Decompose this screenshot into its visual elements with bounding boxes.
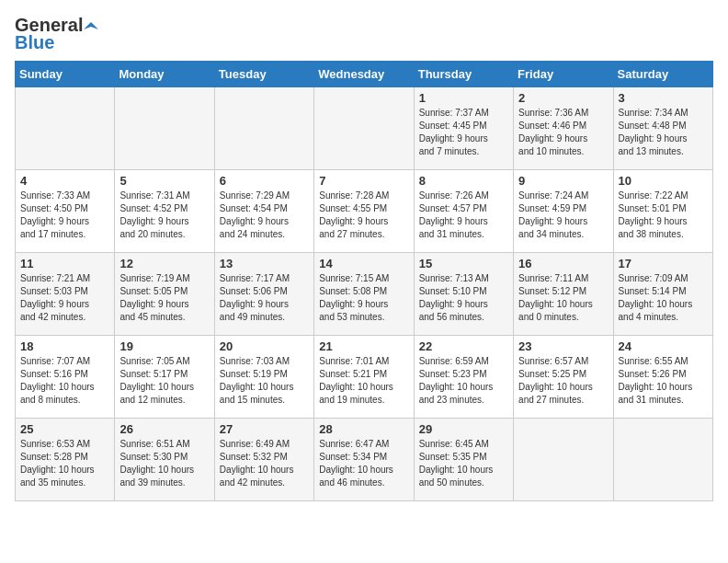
day-info: Sunrise: 6:51 AM Sunset: 5:30 PM Dayligh… [119,438,209,489]
calendar-cell: 11Sunrise: 7:21 AM Sunset: 5:03 PM Dayli… [16,253,115,336]
calendar-cell [514,419,613,501]
day-number: 18 [20,339,109,353]
calendar-cell: 12Sunrise: 7:19 AM Sunset: 5:05 PM Dayli… [115,253,214,336]
calendar-cell: 24Sunrise: 6:55 AM Sunset: 5:26 PM Dayli… [613,336,712,419]
day-info: Sunrise: 7:24 AM Sunset: 4:59 PM Dayligh… [518,190,608,241]
day-number: 7 [319,174,408,188]
calendar-cell [613,419,712,501]
day-info: Sunrise: 7:34 AM Sunset: 4:48 PM Dayligh… [619,107,708,158]
day-number: 5 [119,174,209,188]
day-info: Sunrise: 7:19 AM Sunset: 5:05 PM Dayligh… [119,272,209,324]
day-info: Sunrise: 6:47 AM Sunset: 5:34 PM Dayligh… [319,438,408,489]
calendar-cell: 26Sunrise: 6:51 AM Sunset: 5:30 PM Dayli… [115,419,214,501]
day-number: 24 [619,339,708,353]
calendar-cell: 15Sunrise: 7:13 AM Sunset: 5:10 PM Dayli… [414,253,513,336]
day-number: 20 [220,339,309,353]
calendar-week-2: 4Sunrise: 7:33 AM Sunset: 4:50 PM Daylig… [16,170,713,253]
calendar-cell: 2Sunrise: 7:36 AM Sunset: 4:46 PM Daylig… [514,87,613,170]
calendar-cell: 19Sunrise: 7:05 AM Sunset: 5:17 PM Dayli… [115,336,214,419]
day-number: 13 [220,257,309,270]
weekday-header-friday: Friday [514,62,613,87]
calendar-cell: 22Sunrise: 6:59 AM Sunset: 5:23 PM Dayli… [414,336,513,419]
calendar-cell: 1Sunrise: 7:37 AM Sunset: 4:45 PM Daylig… [414,87,513,170]
day-info: Sunrise: 7:37 AM Sunset: 4:45 PM Dayligh… [419,107,508,158]
logo: General Blue [15,15,99,53]
day-info: Sunrise: 7:09 AM Sunset: 5:14 PM Dayligh… [619,272,708,324]
day-info: Sunrise: 7:22 AM Sunset: 5:01 PM Dayligh… [619,190,708,241]
calendar-cell: 29Sunrise: 6:45 AM Sunset: 5:35 PM Dayli… [414,419,513,501]
day-info: Sunrise: 7:13 AM Sunset: 5:10 PM Dayligh… [419,272,508,324]
calendar-cell: 13Sunrise: 7:17 AM Sunset: 5:06 PM Dayli… [214,253,313,336]
calendar-week-3: 11Sunrise: 7:21 AM Sunset: 5:03 PM Dayli… [16,253,713,336]
calendar-cell: 6Sunrise: 7:29 AM Sunset: 4:54 PM Daylig… [214,170,313,253]
calendar-cell: 18Sunrise: 7:07 AM Sunset: 5:16 PM Dayli… [16,336,115,419]
day-info: Sunrise: 6:49 AM Sunset: 5:32 PM Dayligh… [220,438,309,489]
day-number: 17 [619,257,708,270]
calendar-cell [115,87,214,170]
day-info: Sunrise: 6:59 AM Sunset: 5:23 PM Dayligh… [419,355,508,407]
calendar-cell [214,87,313,170]
day-number: 9 [518,174,608,188]
calendar-week-1: 1Sunrise: 7:37 AM Sunset: 4:45 PM Daylig… [16,87,713,170]
day-info: Sunrise: 7:15 AM Sunset: 5:08 PM Dayligh… [319,272,408,324]
day-number: 15 [419,257,508,270]
day-info: Sunrise: 7:26 AM Sunset: 4:57 PM Dayligh… [419,190,508,241]
day-number: 29 [419,422,508,436]
day-number: 25 [20,422,109,436]
day-number: 10 [619,174,708,188]
calendar-cell [314,87,414,170]
calendar-cell: 21Sunrise: 7:01 AM Sunset: 5:21 PM Dayli… [314,336,414,419]
header-row: SundayMondayTuesdayWednesdayThursdayFrid… [16,62,713,87]
day-info: Sunrise: 7:29 AM Sunset: 4:54 PM Dayligh… [220,190,309,241]
weekday-header-wednesday: Wednesday [314,62,414,87]
weekday-header-thursday: Thursday [414,62,513,87]
calendar-cell [16,87,115,170]
day-info: Sunrise: 7:33 AM Sunset: 4:50 PM Dayligh… [20,190,109,241]
logo-blue: Blue [15,32,54,53]
calendar-week-4: 18Sunrise: 7:07 AM Sunset: 5:16 PM Dayli… [16,336,713,419]
calendar-header: SundayMondayTuesdayWednesdayThursdayFrid… [16,62,713,87]
calendar-body: 1Sunrise: 7:37 AM Sunset: 4:45 PM Daylig… [16,87,713,501]
day-number: 28 [319,422,408,436]
calendar-cell: 4Sunrise: 7:33 AM Sunset: 4:50 PM Daylig… [16,170,115,253]
day-info: Sunrise: 7:21 AM Sunset: 5:03 PM Dayligh… [20,272,109,324]
day-info: Sunrise: 7:05 AM Sunset: 5:17 PM Dayligh… [119,355,209,407]
calendar-cell: 14Sunrise: 7:15 AM Sunset: 5:08 PM Dayli… [314,253,414,336]
calendar-cell: 20Sunrise: 7:03 AM Sunset: 5:19 PM Dayli… [214,336,313,419]
day-info: Sunrise: 6:45 AM Sunset: 5:35 PM Dayligh… [419,438,508,489]
day-number: 16 [518,257,608,270]
calendar-cell: 10Sunrise: 7:22 AM Sunset: 5:01 PM Dayli… [613,170,712,253]
day-number: 22 [419,339,508,353]
calendar-table: SundayMondayTuesdayWednesdayThursdayFrid… [15,61,713,501]
logo-bird-icon [84,20,98,35]
day-info: Sunrise: 6:55 AM Sunset: 5:26 PM Dayligh… [619,355,708,407]
day-info: Sunrise: 7:31 AM Sunset: 4:52 PM Dayligh… [119,190,209,241]
day-info: Sunrise: 7:01 AM Sunset: 5:21 PM Dayligh… [319,355,408,407]
day-info: Sunrise: 6:57 AM Sunset: 5:25 PM Dayligh… [518,355,608,407]
calendar-cell: 16Sunrise: 7:11 AM Sunset: 5:12 PM Dayli… [514,253,613,336]
weekday-header-sunday: Sunday [16,62,115,87]
weekday-header-monday: Monday [115,62,214,87]
day-number: 26 [119,422,209,436]
day-number: 4 [20,174,109,188]
day-info: Sunrise: 7:36 AM Sunset: 4:46 PM Dayligh… [518,107,608,158]
day-number: 1 [419,91,508,105]
day-number: 21 [319,339,408,353]
calendar-cell: 17Sunrise: 7:09 AM Sunset: 5:14 PM Dayli… [613,253,712,336]
day-info: Sunrise: 7:17 AM Sunset: 5:06 PM Dayligh… [220,272,309,324]
day-info: Sunrise: 7:28 AM Sunset: 4:55 PM Dayligh… [319,190,408,241]
calendar-week-5: 25Sunrise: 6:53 AM Sunset: 5:28 PM Dayli… [16,419,713,501]
day-number: 23 [518,339,608,353]
day-number: 2 [518,91,608,105]
day-number: 8 [419,174,508,188]
calendar-cell: 9Sunrise: 7:24 AM Sunset: 4:59 PM Daylig… [514,170,613,253]
weekday-header-tuesday: Tuesday [214,62,313,87]
calendar-cell: 8Sunrise: 7:26 AM Sunset: 4:57 PM Daylig… [414,170,513,253]
day-info: Sunrise: 7:11 AM Sunset: 5:12 PM Dayligh… [518,272,608,324]
day-number: 27 [220,422,309,436]
weekday-header-saturday: Saturday [613,62,712,87]
calendar-cell: 7Sunrise: 7:28 AM Sunset: 4:55 PM Daylig… [314,170,414,253]
day-info: Sunrise: 7:03 AM Sunset: 5:19 PM Dayligh… [220,355,309,407]
page-header: General Blue [15,15,713,53]
day-number: 6 [220,174,309,188]
